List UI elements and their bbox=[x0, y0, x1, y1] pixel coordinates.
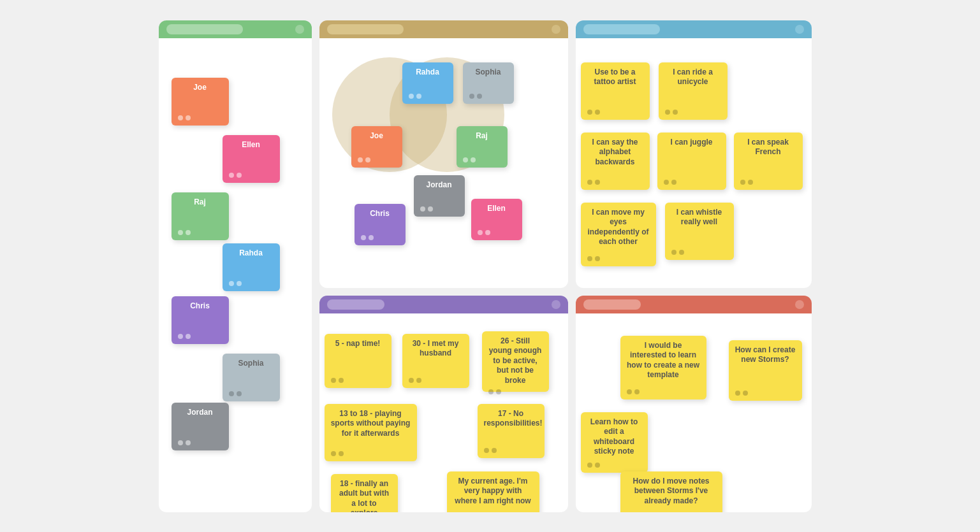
q-edit[interactable]: Learn how to edit a whiteboard sticky no… bbox=[581, 412, 648, 473]
age-26[interactable]: 26 - Still young enough to be active, bu… bbox=[482, 331, 549, 392]
venn-sticky-rahda-label: Rahda bbox=[409, 68, 447, 78]
skill-unicycle-dots bbox=[665, 110, 721, 115]
q-edit-text: Learn how to edit a whiteboard sticky no… bbox=[587, 417, 641, 457]
sticky-ellen-label: Ellen bbox=[229, 140, 274, 150]
sticky-chris-label: Chris bbox=[178, 301, 223, 312]
sticky-raj-dots bbox=[178, 230, 223, 235]
panel-venn-content: Rahda Sophia Joe Raj bbox=[319, 38, 568, 288]
age-current[interactable]: My current age. I'm very happy with wher… bbox=[447, 471, 539, 512]
sticky-joe-dots bbox=[178, 115, 223, 120]
skill-unicycle-text: I can ride a unicycle bbox=[665, 68, 721, 87]
panel-questions-header-dot bbox=[795, 300, 804, 309]
age-13-18[interactable]: 13 to 18 - playing sports without paying… bbox=[325, 404, 417, 461]
skill-whistle-text: I can whistle really well bbox=[671, 208, 728, 227]
skill-french-text: I can speak French bbox=[740, 138, 796, 157]
sticky-sophia-label: Sophia bbox=[229, 359, 274, 369]
skill-tattoo[interactable]: Use to be a tattoo artist bbox=[581, 62, 650, 120]
venn-sticky-rahda-dots bbox=[409, 94, 447, 99]
age-17[interactable]: 17 - No responsibilities! bbox=[478, 404, 545, 458]
age-13-18-text: 13 to 18 - playing sports without paying… bbox=[331, 409, 411, 439]
sticky-rahda[interactable]: Rahda bbox=[223, 243, 280, 291]
venn-sticky-joe-dots bbox=[358, 157, 396, 162]
panel-skills-header bbox=[576, 20, 812, 38]
panel-people-content: Joe Ellen Raj Rahda bbox=[159, 38, 312, 512]
age-18[interactable]: 18 - finally an adult but with a lot to … bbox=[331, 474, 398, 512]
age-30-dots bbox=[409, 378, 463, 383]
skill-french-dots bbox=[740, 180, 796, 185]
panel-venn: Rahda Sophia Joe Raj bbox=[319, 20, 568, 288]
q-template-text: I would be interested to learn how to cr… bbox=[627, 341, 700, 380]
q-move-text: How do I move notes between Storms I've … bbox=[627, 477, 716, 507]
skill-juggle-dots bbox=[664, 180, 720, 185]
skill-eyes-text: I can move my eyes independently of each… bbox=[587, 208, 650, 247]
panel-venn-header-bar bbox=[327, 24, 404, 34]
venn-sticky-ellen-dots bbox=[478, 230, 516, 235]
panel-people-header-bar bbox=[166, 24, 243, 34]
skill-alphabet[interactable]: I can say the alphabet backwards bbox=[581, 133, 650, 190]
skill-whistle[interactable]: I can whistle really well bbox=[665, 203, 734, 260]
age-5[interactable]: 5 - nap time! bbox=[325, 334, 391, 388]
q-edit-dots bbox=[587, 463, 641, 468]
age-13-18-dots bbox=[331, 451, 411, 456]
q-storms-text: How can I create new Storms? bbox=[735, 345, 796, 365]
age-18-text: 18 - finally an adult but with a lot to … bbox=[337, 479, 391, 512]
skill-french[interactable]: I can speak French bbox=[734, 133, 803, 190]
panel-people-header-dot bbox=[295, 25, 304, 34]
q-storms-dots bbox=[735, 391, 796, 396]
panel-people-header bbox=[159, 20, 312, 38]
sticky-raj[interactable]: Raj bbox=[172, 192, 229, 240]
q-template[interactable]: I would be interested to learn how to cr… bbox=[620, 336, 706, 399]
sticky-sophia[interactable]: Sophia bbox=[223, 354, 280, 401]
venn-sticky-joe[interactable]: Joe bbox=[351, 126, 402, 168]
sticky-ellen-dots bbox=[229, 173, 274, 178]
panel-ages-header bbox=[319, 296, 568, 313]
venn-sticky-jordan[interactable]: Jordan bbox=[414, 175, 465, 217]
venn-sticky-ellen-label: Ellen bbox=[478, 204, 516, 214]
venn-sticky-raj[interactable]: Raj bbox=[457, 126, 508, 168]
skill-alphabet-dots bbox=[587, 180, 643, 185]
age-current-text: My current age. I'm very happy with wher… bbox=[453, 477, 533, 507]
q-template-dots bbox=[627, 389, 700, 394]
venn-sticky-chris[interactable]: Chris bbox=[355, 204, 406, 245]
sticky-joe-label: Joe bbox=[178, 83, 223, 93]
sticky-jordan[interactable]: Jordan bbox=[172, 403, 229, 450]
sticky-raj-label: Raj bbox=[178, 198, 223, 208]
age-26-dots bbox=[488, 389, 543, 394]
sticky-ellen[interactable]: Ellen bbox=[223, 135, 280, 183]
panel-people: Joe Ellen Raj Rahda bbox=[159, 20, 312, 512]
age-30-text: 30 - I met my husband bbox=[409, 339, 463, 359]
skill-eyes[interactable]: I can move my eyes independently of each… bbox=[581, 203, 656, 266]
skill-juggle[interactable]: I can juggle bbox=[657, 133, 726, 190]
panel-skills-header-dot bbox=[795, 25, 804, 34]
q-move[interactable]: How do I move notes between Storms I've … bbox=[620, 471, 722, 512]
sticky-jordan-dots bbox=[178, 440, 223, 445]
venn-sticky-chris-label: Chris bbox=[361, 209, 399, 219]
skill-tattoo-text: Use to be a tattoo artist bbox=[587, 68, 643, 87]
venn-sticky-jordan-dots bbox=[420, 206, 458, 212]
panel-ages: 5 - nap time! 30 - I met my husband 26 -… bbox=[319, 296, 568, 512]
q-storms[interactable]: How can I create new Storms? bbox=[729, 340, 802, 401]
panel-ages-header-bar bbox=[327, 299, 384, 310]
sticky-joe[interactable]: Joe bbox=[172, 78, 229, 126]
main-container: Joe Ellen Raj Rahda bbox=[159, 20, 822, 512]
sticky-chris[interactable]: Chris bbox=[172, 296, 229, 344]
sticky-sophia-dots bbox=[229, 391, 274, 396]
venn-sticky-ellen[interactable]: Ellen bbox=[471, 199, 522, 240]
panel-skills-content: Use to be a tattoo artist I can ride a u… bbox=[576, 38, 812, 288]
age-5-text: 5 - nap time! bbox=[331, 339, 385, 349]
venn-sticky-sophia-label: Sophia bbox=[469, 68, 508, 78]
venn-sticky-jordan-label: Jordan bbox=[420, 180, 458, 191]
venn-sticky-rahda[interactable]: Rahda bbox=[402, 62, 453, 104]
venn-sticky-raj-label: Raj bbox=[463, 131, 501, 141]
panel-venn-header bbox=[319, 20, 568, 38]
skill-eyes-dots bbox=[587, 256, 650, 261]
skill-juggle-text: I can juggle bbox=[664, 138, 720, 148]
venn-sticky-chris-dots bbox=[361, 235, 399, 240]
sticky-rahda-dots bbox=[229, 281, 274, 286]
panel-venn-header-dot bbox=[552, 25, 560, 34]
venn-sticky-sophia[interactable]: Sophia bbox=[463, 62, 514, 104]
age-30[interactable]: 30 - I met my husband bbox=[402, 334, 469, 388]
venn-sticky-sophia-dots bbox=[469, 94, 508, 99]
skill-unicycle[interactable]: I can ride a unicycle bbox=[659, 62, 728, 120]
sticky-rahda-label: Rahda bbox=[229, 248, 274, 259]
